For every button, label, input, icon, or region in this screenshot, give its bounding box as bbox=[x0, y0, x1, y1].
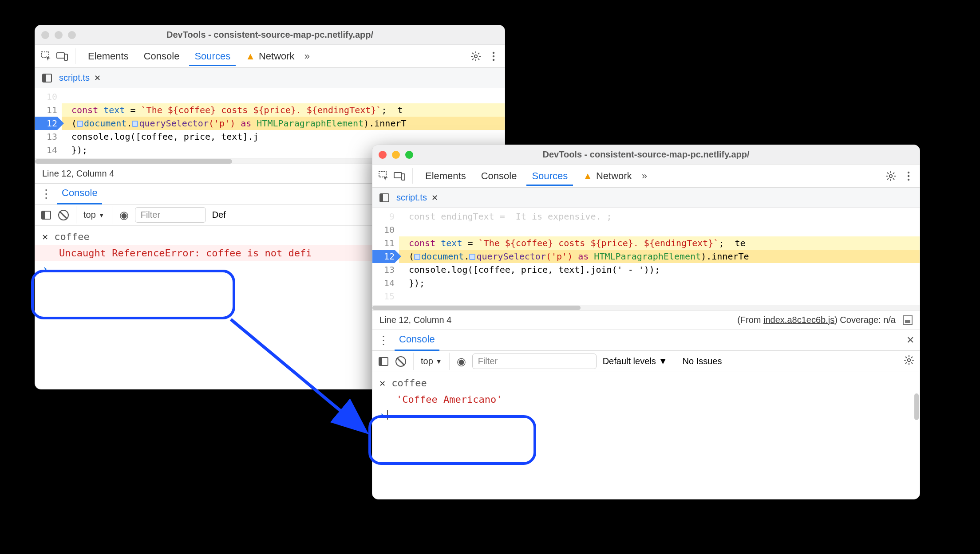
svg-line-27 bbox=[887, 173, 889, 174]
file-tab-label: script.ts bbox=[396, 193, 427, 203]
inspect-element-icon[interactable] bbox=[40, 51, 52, 62]
code-editor[interactable]: 9 10 11 12 13 14 15 const endingText = I… bbox=[372, 208, 920, 305]
execution-line-marker: 12 bbox=[35, 117, 57, 130]
svg-point-32 bbox=[908, 175, 909, 177]
svg-line-9 bbox=[478, 59, 479, 60]
more-tabs-icon[interactable]: » bbox=[642, 170, 647, 182]
coverage-toggle-icon[interactable] bbox=[903, 315, 913, 325]
context-selector[interactable]: top ▼ bbox=[421, 356, 442, 366]
issues-label[interactable]: No Issues bbox=[683, 356, 722, 366]
console-settings-gear-icon[interactable] bbox=[904, 355, 914, 368]
close-file-tab-icon[interactable]: ✕ bbox=[94, 73, 101, 83]
tab-network[interactable]: ▲ Network bbox=[240, 48, 300, 65]
tab-elements[interactable]: Elements bbox=[420, 168, 471, 185]
log-levels-selector[interactable]: Def bbox=[212, 210, 226, 220]
context-label: top bbox=[421, 356, 433, 366]
svg-line-29 bbox=[887, 178, 889, 180]
tab-network[interactable]: ▲ Network bbox=[577, 168, 637, 185]
caret-down-icon: ▼ bbox=[436, 358, 442, 365]
show-navigator-icon[interactable] bbox=[41, 72, 53, 84]
file-tab-script[interactable]: script.ts ✕ bbox=[59, 73, 101, 83]
inspect-element-icon[interactable] bbox=[378, 170, 389, 182]
code-line: console.log([coffee, price, text].join('… bbox=[399, 263, 920, 276]
toggle-sidebar-icon[interactable] bbox=[40, 209, 52, 221]
source-origin: (From index.a8c1ec6b.js) Coverage: n/a bbox=[737, 315, 896, 325]
tab-elements[interactable]: Elements bbox=[83, 48, 134, 65]
close-expression-icon[interactable]: ✕ bbox=[379, 377, 385, 389]
execution-line-marker: 12 bbox=[372, 250, 395, 263]
close-file-tab-icon[interactable]: ✕ bbox=[431, 193, 438, 203]
more-tabs-icon[interactable]: » bbox=[304, 51, 310, 62]
separator bbox=[75, 48, 75, 64]
code-line-current: (document.querySelector('p') as HTMLPara… bbox=[399, 250, 920, 263]
svg-line-45 bbox=[905, 362, 907, 364]
console-filter-input[interactable]: Filter bbox=[135, 207, 206, 223]
kebab-menu-icon[interactable] bbox=[903, 170, 914, 182]
drawer-tab-console[interactable]: Console bbox=[57, 184, 102, 204]
minimize-window-icon[interactable] bbox=[392, 151, 400, 159]
svg-rect-20 bbox=[394, 173, 402, 178]
svg-rect-37 bbox=[379, 358, 382, 365]
drawer-tab-console[interactable]: Console bbox=[395, 330, 439, 351]
console-expression-text: coffee bbox=[391, 377, 427, 389]
svg-line-30 bbox=[893, 173, 894, 174]
svg-line-28 bbox=[893, 178, 894, 180]
caret-down-icon: ▼ bbox=[659, 356, 668, 366]
svg-line-10 bbox=[472, 59, 474, 60]
context-selector[interactable]: top ▼ bbox=[83, 210, 105, 220]
clear-console-icon[interactable] bbox=[395, 356, 406, 367]
close-expression-icon[interactable]: ✕ bbox=[42, 231, 48, 242]
main-toolbar: Elements Console Sources ▲ Network » bbox=[372, 165, 920, 188]
editor-statusbar: Line 12, Column 4 (From index.a8c1ec6b.j… bbox=[372, 310, 920, 330]
settings-gear-icon[interactable] bbox=[470, 51, 482, 62]
live-expression-icon[interactable]: ◉ bbox=[119, 209, 129, 221]
svg-rect-19 bbox=[379, 172, 386, 177]
svg-point-3 bbox=[474, 55, 477, 57]
zoom-window-inactive-icon[interactable] bbox=[68, 31, 76, 39]
line-no: 13 bbox=[35, 130, 57, 143]
svg-line-46 bbox=[911, 357, 913, 358]
device-toolbar-icon[interactable] bbox=[394, 170, 405, 182]
main-toolbar: Elements Console Sources ▲ Network » bbox=[35, 45, 505, 68]
toggle-sidebar-icon[interactable] bbox=[378, 356, 389, 367]
console-log-area[interactable]: ✕ coffee 'Coffee Americano' › bbox=[372, 372, 920, 499]
console-prompt[interactable]: › bbox=[372, 408, 920, 422]
console-vertical-scrollbar[interactable] bbox=[914, 393, 919, 495]
tab-console[interactable]: Console bbox=[476, 168, 522, 185]
code-lines: const endingText = It is expensive. ; co… bbox=[399, 208, 920, 305]
line-no: 14 bbox=[372, 276, 395, 290]
svg-line-43 bbox=[905, 357, 907, 358]
svg-rect-21 bbox=[402, 174, 405, 180]
tab-network-label: Network bbox=[259, 51, 295, 62]
tab-console[interactable]: Console bbox=[138, 48, 185, 65]
clear-console-icon[interactable] bbox=[58, 210, 69, 220]
minimize-window-inactive-icon[interactable] bbox=[55, 31, 63, 39]
close-window-icon[interactable] bbox=[379, 151, 387, 159]
editor-horizontal-scrollbar[interactable] bbox=[372, 305, 920, 310]
tab-sources[interactable]: Sources bbox=[526, 166, 573, 186]
file-tab-script[interactable]: script.ts ✕ bbox=[396, 193, 438, 203]
separator bbox=[112, 206, 112, 224]
close-window-inactive-icon[interactable] bbox=[41, 31, 49, 39]
device-toolbar-icon[interactable] bbox=[56, 51, 68, 62]
file-tab-bar: script.ts ✕ bbox=[35, 68, 505, 88]
source-origin-link[interactable]: index.a8c1ec6b.js bbox=[763, 315, 834, 325]
zoom-window-icon[interactable] bbox=[405, 151, 413, 159]
window-title: DevTools - consistent-source-map-pc.netl… bbox=[372, 149, 920, 160]
live-expression-icon[interactable]: ◉ bbox=[457, 355, 466, 368]
show-navigator-icon[interactable] bbox=[379, 192, 390, 204]
svg-point-12 bbox=[493, 51, 494, 53]
line-no: 9 bbox=[372, 210, 395, 223]
close-drawer-icon[interactable]: ✕ bbox=[906, 334, 914, 346]
autocomplete-marker-icon bbox=[132, 121, 138, 127]
settings-gear-icon[interactable] bbox=[885, 170, 897, 182]
kebab-menu-icon[interactable] bbox=[488, 51, 499, 62]
log-levels-selector[interactable]: Default levels ▼ bbox=[603, 356, 668, 366]
svg-line-44 bbox=[911, 362, 913, 364]
svg-rect-35 bbox=[380, 194, 383, 202]
drawer-menu-icon[interactable]: ⋮ bbox=[40, 187, 52, 201]
console-filter-input[interactable]: Filter bbox=[472, 354, 597, 369]
tab-sources[interactable]: Sources bbox=[189, 47, 236, 66]
drawer-menu-icon[interactable]: ⋮ bbox=[378, 334, 389, 347]
traffic-lights bbox=[41, 31, 76, 39]
